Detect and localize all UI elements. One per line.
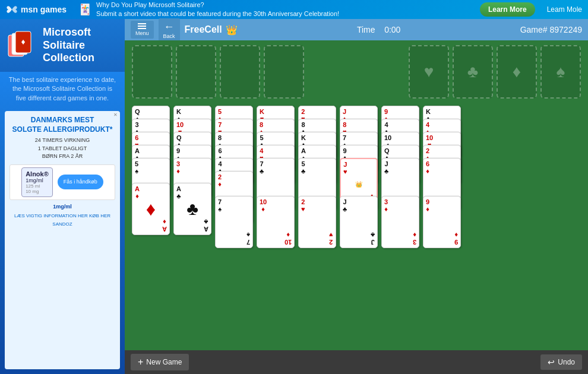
free-cell-1[interactable] bbox=[132, 45, 172, 99]
card-logo-icon: ♦ bbox=[7, 30, 37, 60]
free-cells bbox=[132, 45, 304, 99]
foundation-hearts[interactable] bbox=[409, 45, 449, 99]
ad-links[interactable]: LÆS VIGTIG INFORMATION HER KØB HER SANDO… bbox=[10, 212, 115, 229]
back-button[interactable]: ← Back bbox=[159, 18, 180, 42]
ad-line3: BØRN FRA 2 ÅR bbox=[10, 153, 115, 161]
hamburger-icon bbox=[138, 23, 146, 24]
cards-icon: 🃏 bbox=[78, 3, 91, 16]
free-cell-3[interactable] bbox=[220, 45, 260, 99]
foundation-clubs[interactable] bbox=[453, 45, 493, 99]
ad-sandoz-label: 1mg/ml bbox=[10, 204, 115, 210]
free-cell-4[interactable] bbox=[264, 45, 304, 99]
learn-more-button[interactable]: Learn More bbox=[480, 2, 535, 17]
foundation-spacer bbox=[308, 45, 405, 99]
card-A-club2[interactable]: A♣ ♣ A♣ bbox=[173, 183, 211, 235]
game-area: Menu ← Back FreeCell 👑 Time 0:00 Game# 8… bbox=[125, 19, 588, 374]
main-layout: ♦ Microsoft Solitaire Collection The bes… bbox=[0, 19, 588, 374]
product-name: Alnok® bbox=[26, 170, 49, 178]
card-J-club2[interactable]: J♣ J♣ bbox=[340, 196, 378, 248]
game-toolbar: Menu ← Back FreeCell 👑 Time 0:00 Game# 8… bbox=[125, 19, 588, 40]
game-name: FreeCell bbox=[185, 24, 222, 35]
ad-title: DANMARKS MEST SOLGTE ALLERGIPRODUKT* bbox=[10, 116, 115, 134]
ad-content: 24 TIMERS VIRKNING 1 TABLET DAGLIGT BØRN… bbox=[10, 137, 115, 161]
ad-line1: Why Do You Play Microsoft Solitaire? bbox=[96, 1, 339, 9]
back-label: Back bbox=[163, 33, 175, 39]
ad-line2: 1 TABLET DAGLIGT bbox=[10, 145, 115, 153]
sidebar-ad: ✕ DANMARKS MEST SOLGTE ALLERGIPRODUKT* 2… bbox=[5, 111, 120, 369]
sidebar-title: Microsoft Solitaire Collection bbox=[43, 26, 94, 65]
ad-line2: Submit a short video that could be featu… bbox=[96, 9, 339, 18]
hamburger-icon bbox=[138, 28, 146, 29]
game-number: Game# 8972249 bbox=[520, 25, 582, 34]
msn-site-name: msn games bbox=[21, 5, 67, 14]
fas-i-haandkoeb-btn[interactable]: Fås i håndkøb bbox=[58, 175, 103, 189]
ad-pill-image: Alnok® 1mg/ml 125 ml10 mg Fås i håndkøb bbox=[10, 164, 115, 200]
column-4[interactable]: K♥ 8♦ 5♣ 4♥ 7♣ 10♦ bbox=[257, 106, 295, 260]
time-label: Time bbox=[357, 25, 375, 34]
back-arrow-icon: ← bbox=[164, 21, 175, 33]
ad-pill-label: 1mg/ml bbox=[10, 204, 115, 210]
new-game-label: New Game bbox=[146, 358, 182, 366]
ad-marker: ✕ bbox=[113, 112, 118, 118]
bottom-toolbar: + New Game ↩ Undo bbox=[125, 350, 588, 374]
undo-icon: ↩ bbox=[548, 357, 555, 367]
card-9-diamond2[interactable]: 9♦ 9♦ bbox=[423, 196, 461, 248]
foundation-diamonds[interactable] bbox=[497, 45, 537, 99]
column-2[interactable]: K♠ 10♥ Q♣ 9♠ 3♦ A♣ bbox=[173, 106, 211, 260]
foundations bbox=[409, 45, 581, 99]
top-row bbox=[132, 45, 581, 99]
time-value: 0:00 bbox=[384, 25, 400, 34]
banner-ad-area: 🃏 Why Do You Play Microsoft Solitaire? S… bbox=[78, 1, 474, 19]
msn-logo[interactable]: msn games bbox=[6, 4, 67, 15]
card-table[interactable]: Q♠ ♠ Q♠ 3♣ 6♥ A♣ 5♠ bbox=[125, 40, 588, 350]
card-10-diamond[interactable]: 10♦ 10♦ bbox=[257, 196, 295, 248]
column-3[interactable]: 5♦ 7♥ 8♠ 6♣ 4♣ 2♦ bbox=[215, 106, 253, 260]
new-game-button[interactable]: + New Game bbox=[131, 354, 189, 370]
card-7-spade[interactable]: 7♠ 7♠ bbox=[215, 196, 253, 248]
menu-button[interactable]: Menu bbox=[131, 21, 154, 39]
crown-icon: 👑 bbox=[226, 24, 238, 36]
column-5[interactable]: 2♥ 8♣ K♣ A♠ 5♣ 2♥ bbox=[298, 106, 336, 260]
sidebar-description: The best solitaire experience to date, t… bbox=[0, 72, 125, 106]
left-sidebar: ♦ Microsoft Solitaire Collection The bes… bbox=[0, 19, 125, 374]
undo-button[interactable]: ↩ Undo bbox=[540, 354, 582, 370]
column-7[interactable]: 9♦ 4♣ 10♠ Q♣ J♣ 3♦ bbox=[381, 106, 419, 260]
sidebar-header: ♦ Microsoft Solitaire Collection bbox=[0, 19, 125, 72]
product-dosage: 1mg/ml bbox=[26, 178, 49, 183]
hamburger-icon bbox=[138, 26, 146, 27]
card-columns: Q♠ ♠ Q♠ 3♣ 6♥ A♣ 5♠ bbox=[132, 106, 581, 260]
free-cell-2[interactable] bbox=[176, 45, 216, 99]
msn-butterfly-icon bbox=[6, 4, 18, 15]
column-6[interactable]: J♦ 8♥ 7♠ 9♣ J♥ 👑 J♥ bbox=[340, 106, 378, 260]
timer-section: Time 0:00 bbox=[242, 25, 516, 34]
card-A-diamond[interactable]: A♦ ♦ A♦ bbox=[132, 183, 170, 235]
game-title: FreeCell 👑 bbox=[185, 24, 238, 36]
ad-title-text: DANMARKS MEST SOLGTE ALLERGIPRODUKT* bbox=[10, 116, 115, 134]
card-3-diamond2[interactable]: 3♦ 3♦ bbox=[381, 196, 419, 248]
top-banner: msn games 🃏 Why Do You Play Microsoft So… bbox=[0, 0, 588, 19]
menu-label: Menu bbox=[135, 30, 149, 36]
column-1[interactable]: Q♠ ♠ Q♠ 3♣ 6♥ A♣ 5♠ bbox=[132, 106, 170, 260]
column-8[interactable]: K♣ 4♦ 10♥ 2♦ 6♦ 9♦ bbox=[423, 106, 461, 260]
sidebar-cards-logo: ♦ bbox=[7, 30, 37, 60]
user-name: Leam Mole bbox=[547, 5, 582, 14]
foundation-spades[interactable] bbox=[540, 45, 581, 99]
ad-line1: 24 TIMERS VIRKNING bbox=[10, 137, 115, 145]
card-2-club[interactable]: 2♥ 2♥ bbox=[298, 196, 336, 248]
svg-text:♦: ♦ bbox=[21, 37, 25, 46]
undo-label: Undo bbox=[558, 358, 575, 366]
plus-icon: + bbox=[138, 357, 143, 367]
banner-text: Why Do You Play Microsoft Solitaire? Sub… bbox=[96, 1, 339, 19]
